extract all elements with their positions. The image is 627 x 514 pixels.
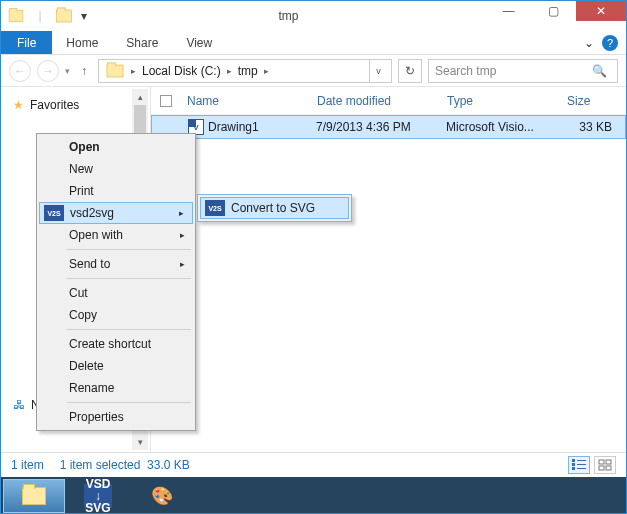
context-menu: Open New Print V2S vsd2svg ▸ Open with ▸… xyxy=(36,133,196,431)
address-dropdown-icon[interactable]: v xyxy=(369,60,387,82)
menu-cut[interactable]: Cut xyxy=(39,282,193,304)
refresh-button[interactable]: ↻ xyxy=(398,59,422,83)
svg-rect-7 xyxy=(606,460,611,464)
svg-rect-6 xyxy=(599,460,604,464)
column-name[interactable]: Name xyxy=(181,94,311,108)
svg-rect-4 xyxy=(572,467,575,470)
maximize-button[interactable]: ▢ xyxy=(531,1,576,21)
vsd2svg-menu-icon: V2S xyxy=(44,205,64,221)
title-bar: | ▾ tmp — ▢ ✕ xyxy=(1,1,626,31)
menu-rename[interactable]: Rename xyxy=(39,377,193,399)
column-date[interactable]: Date modified xyxy=(311,94,441,108)
submenu-arrow-icon: ▸ xyxy=(180,259,185,269)
menu-delete[interactable]: Delete xyxy=(39,355,193,377)
table-row[interactable]: V Drawing1 7/9/2013 4:36 PM Microsoft Vi… xyxy=(151,115,626,139)
menu-separator xyxy=(67,329,191,330)
explorer-window: | ▾ tmp — ▢ ✕ File Home Share View ⌄ ? ←… xyxy=(0,0,627,514)
menu-separator xyxy=(67,249,191,250)
taskbar-explorer[interactable] xyxy=(3,479,65,513)
history-dropdown-icon[interactable]: ▾ xyxy=(65,66,70,76)
location-icon xyxy=(107,64,124,77)
window-controls: — ▢ ✕ xyxy=(486,1,626,31)
tab-view[interactable]: View xyxy=(172,31,226,54)
expand-ribbon-icon[interactable]: ⌄ xyxy=(584,36,594,50)
thumbnails-view-button[interactable] xyxy=(594,456,616,474)
menu-new[interactable]: New xyxy=(39,158,193,180)
scroll-up-icon[interactable]: ▴ xyxy=(132,89,148,105)
column-checkbox[interactable] xyxy=(151,95,181,107)
thumbnails-view-icon xyxy=(598,459,612,471)
svg-rect-3 xyxy=(577,464,586,465)
help-icon[interactable]: ? xyxy=(602,35,618,51)
search-placeholder: Search tmp xyxy=(435,64,592,78)
minimize-button[interactable]: — xyxy=(486,1,531,21)
address-bar-row: ← → ▾ ↑ ▸ Local Disk (C:) ▸ tmp ▸ v ↻ Se… xyxy=(1,55,626,87)
paint-icon: 🎨 xyxy=(150,485,174,507)
file-date: 7/9/2013 4:36 PM xyxy=(310,120,440,134)
view-buttons xyxy=(568,456,616,474)
svg-rect-9 xyxy=(606,466,611,470)
menu-sendto[interactable]: Send to ▸ xyxy=(39,253,193,275)
crumb-sep-icon[interactable]: ▸ xyxy=(227,66,232,76)
search-input[interactable]: Search tmp 🔍 xyxy=(428,59,618,83)
window-title: tmp xyxy=(91,9,486,23)
menu-separator xyxy=(67,402,191,403)
details-view-button[interactable] xyxy=(568,456,590,474)
menu-properties[interactable]: Properties xyxy=(39,406,193,428)
menu-open[interactable]: Open xyxy=(39,136,193,158)
file-list: Name Date modified Type Size V Drawing1 … xyxy=(151,87,626,452)
crumb-sep-icon-2[interactable]: ▸ xyxy=(264,66,269,76)
menu-vsd2svg[interactable]: V2S vsd2svg ▸ xyxy=(39,202,193,224)
column-type[interactable]: Type xyxy=(441,94,561,108)
up-button[interactable]: ↑ xyxy=(76,64,92,78)
details-view-icon xyxy=(572,459,586,471)
vsd2svg-icon: VSD ↓ SVG xyxy=(84,484,112,508)
crumb-folder[interactable]: tmp xyxy=(234,64,262,78)
file-name: Drawing1 xyxy=(208,120,259,134)
taskbar-vsd2svg[interactable]: VSD ↓ SVG xyxy=(67,479,129,513)
nav-favorites-label: Favorites xyxy=(30,98,79,112)
search-icon: 🔍 xyxy=(592,64,607,78)
menu-separator xyxy=(67,278,191,279)
submenu-convert[interactable]: V2S Convert to SVG xyxy=(200,197,349,219)
svg-rect-8 xyxy=(599,466,604,470)
column-size[interactable]: Size xyxy=(561,94,621,108)
file-type: Microsoft Visio... xyxy=(440,120,558,134)
menu-copy[interactable]: Copy xyxy=(39,304,193,326)
menu-openwith[interactable]: Open with ▸ xyxy=(39,224,193,246)
menu-print[interactable]: Print xyxy=(39,180,193,202)
taskbar-paint[interactable]: 🎨 xyxy=(131,479,193,513)
crumb-drive[interactable]: Local Disk (C:) xyxy=(138,64,225,78)
nav-favorites[interactable]: ★ Favorites xyxy=(11,95,146,115)
file-size: 33 KB xyxy=(558,120,618,134)
svg-rect-2 xyxy=(572,463,575,466)
menu-shortcut[interactable]: Create shortcut xyxy=(39,333,193,355)
new-folder-icon[interactable] xyxy=(53,5,75,27)
qat-dropdown-icon[interactable]: ▾ xyxy=(77,5,91,27)
status-bar: 1 item 1 item selected 33.0 KB xyxy=(1,453,626,477)
tab-file[interactable]: File xyxy=(1,31,52,54)
folder-props-icon[interactable] xyxy=(5,5,27,27)
folder-icon xyxy=(22,487,46,505)
scroll-thumb[interactable] xyxy=(134,105,146,135)
tab-home[interactable]: Home xyxy=(52,31,112,54)
tab-share[interactable]: Share xyxy=(112,31,172,54)
status-item-count: 1 item xyxy=(11,458,44,472)
svg-rect-5 xyxy=(577,468,586,469)
ribbon-tabs: File Home Share View ⌄ ? xyxy=(1,31,626,55)
context-submenu: V2S Convert to SVG xyxy=(197,194,352,222)
column-headers: Name Date modified Type Size xyxy=(151,87,626,115)
vsd2svg-submenu-icon: V2S xyxy=(205,200,225,216)
submenu-arrow-icon: ▸ xyxy=(180,230,185,240)
close-button[interactable]: ✕ xyxy=(576,1,626,21)
network-icon: 🖧 xyxy=(13,398,25,412)
crumb-root-sep[interactable]: ▸ xyxy=(131,66,136,76)
back-button[interactable]: ← xyxy=(9,60,31,82)
scroll-down-icon[interactable]: ▾ xyxy=(132,434,148,450)
qat-separator: | xyxy=(29,5,51,27)
taskbar: VSD ↓ SVG 🎨 xyxy=(1,477,626,513)
breadcrumb[interactable]: ▸ Local Disk (C:) ▸ tmp ▸ v xyxy=(98,59,392,83)
forward-button[interactable]: → xyxy=(37,60,59,82)
status-selection: 1 item selected 33.0 KB xyxy=(60,458,190,472)
star-icon: ★ xyxy=(13,98,24,112)
